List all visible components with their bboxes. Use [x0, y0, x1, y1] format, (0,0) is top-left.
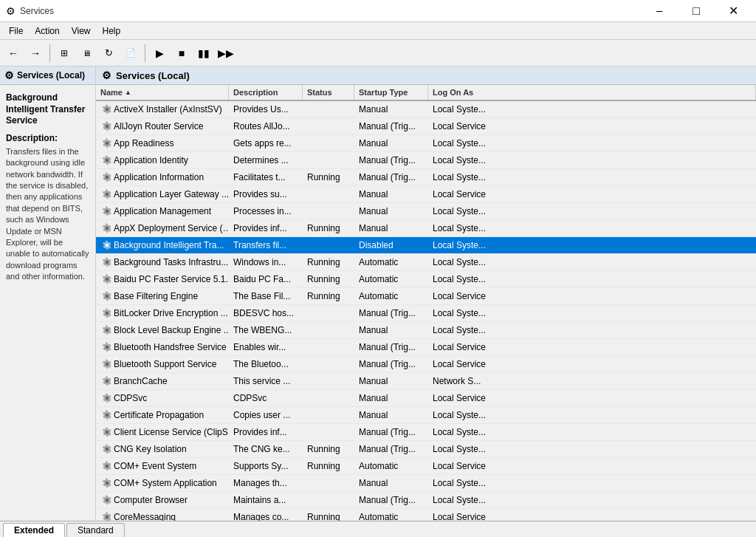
- service-desc-cell: BDESVC hos...: [229, 307, 303, 320]
- service-startup-cell: Manual: [354, 137, 428, 150]
- description-text: Transfers files in the background using …: [6, 146, 89, 283]
- service-status-cell: Running: [303, 273, 354, 286]
- forward-button[interactable]: →: [25, 43, 46, 64]
- table-row[interactable]: Client License Service (ClipS...Provides…: [96, 424, 756, 441]
- col-header-status[interactable]: Status: [303, 85, 354, 100]
- maximize-button[interactable]: □: [679, 0, 713, 22]
- service-desc-cell: The Base Fil...: [229, 290, 303, 303]
- show-desktop-button[interactable]: 🖥: [76, 43, 97, 64]
- pause-service-button[interactable]: ▮▮: [193, 43, 214, 64]
- export-button[interactable]: 📄: [120, 43, 141, 64]
- service-status-cell: [303, 499, 354, 502]
- service-icon: [100, 137, 114, 150]
- col-header-startup[interactable]: Startup Type: [354, 85, 428, 100]
- service-logon-cell: Local Service: [428, 459, 756, 473]
- table-row[interactable]: BitLocker Drive Encryption ...BDESVC hos…: [96, 305, 756, 322]
- stop-service-button[interactable]: ■: [171, 43, 192, 64]
- service-status-cell: [303, 414, 354, 417]
- content-header-icon: ⚙: [102, 69, 111, 81]
- window-title: Services: [20, 6, 54, 16]
- service-startup-cell: Manual (Trig...: [354, 442, 428, 456]
- menu-file[interactable]: File: [3, 22, 29, 39]
- service-icon: [100, 358, 114, 371]
- service-startup-cell: Manual (Trig...: [354, 425, 428, 439]
- service-logon-cell: Local Service: [428, 510, 756, 521]
- menu-help[interactable]: Help: [97, 22, 127, 39]
- table-row[interactable]: Application Layer Gateway ...Provides su…: [96, 186, 756, 203]
- service-startup-cell: Manual: [354, 205, 428, 218]
- service-name-cell: BranchCache: [96, 373, 229, 389]
- service-name-cell: COM+ Event System: [96, 458, 229, 474]
- menu-action[interactable]: Action: [29, 22, 65, 39]
- content-header-label: Services (Local): [116, 70, 190, 81]
- table-row[interactable]: Bluetooth Support ServiceThe Bluetoo...M…: [96, 356, 756, 373]
- table-row[interactable]: Baidu PC Faster Service 5.1...Baidu PC F…: [96, 271, 756, 288]
- table-row[interactable]: Base Filtering EngineThe Base Fil...Runn…: [96, 288, 756, 305]
- back-button[interactable]: ←: [3, 43, 24, 64]
- toolbar-separator-1: [49, 44, 50, 62]
- service-name-cell: BitLocker Drive Encryption ...: [96, 305, 229, 321]
- service-status-cell: [303, 159, 354, 162]
- show-console-button[interactable]: ⊞: [54, 43, 75, 64]
- service-name-cell: Background Tasks Infrastru...: [96, 254, 229, 270]
- table-row[interactable]: AllJoyn Router ServiceRoutes AllJo...Man…: [96, 118, 756, 135]
- table-row[interactable]: Application InformationFacilitates t...R…: [96, 169, 756, 186]
- service-startup-cell: Manual: [354, 476, 428, 490]
- table-row[interactable]: ActiveX Installer (AxInstSV)Provides Us.…: [96, 101, 756, 118]
- service-startup-cell: Automatic: [354, 290, 428, 303]
- table-row[interactable]: Application ManagementProcesses in...Man…: [96, 203, 756, 220]
- refresh-button[interactable]: ↻: [98, 43, 119, 64]
- service-name-cell: CNG Key Isolation: [96, 441, 229, 457]
- service-desc-cell: Manages th...: [229, 476, 303, 490]
- service-desc-cell: Provides Us...: [229, 103, 303, 116]
- table-row[interactable]: Certificate PropagationCopies user ...Ma…: [96, 407, 756, 424]
- service-startup-cell: Automatic: [354, 256, 428, 269]
- service-status-cell: Running: [303, 442, 354, 456]
- service-startup-cell: Manual: [354, 374, 428, 388]
- table-row[interactable]: Background Tasks Infrastru...Windows in.…: [96, 254, 756, 271]
- service-name-cell: CDPSvc: [96, 390, 229, 406]
- service-desc-cell: Provides inf...: [229, 222, 303, 235]
- table-row[interactable]: Bluetooth Handsfree ServiceEnables wir..…: [96, 339, 756, 356]
- service-desc-cell: The WBENG...: [229, 324, 303, 337]
- service-icon: [100, 307, 114, 320]
- service-desc-cell: Supports Sy...: [229, 459, 303, 473]
- table-header: Name ▲ Description Status Startup Type L…: [96, 85, 756, 101]
- table-row[interactable]: CDPSvcCDPSvcManualLocal Service: [96, 390, 756, 407]
- service-desc-cell: CDPSvc: [229, 391, 303, 405]
- app-icon: ⚙: [6, 5, 16, 17]
- minimize-button[interactable]: ‒: [642, 0, 676, 22]
- service-desc-cell: Processes in...: [229, 205, 303, 218]
- start-service-button[interactable]: ▶: [149, 43, 170, 64]
- table-body[interactable]: ActiveX Installer (AxInstSV)Provides Us.…: [96, 101, 756, 521]
- table-row[interactable]: COM+ System ApplicationManages th...Manu…: [96, 475, 756, 492]
- table-row[interactable]: CNG Key IsolationThe CNG ke...RunningMan…: [96, 441, 756, 458]
- table-row[interactable]: App ReadinessGets apps re...ManualLocal …: [96, 135, 756, 152]
- title-bar: ⚙ Services ‒ □ ✕: [0, 0, 756, 22]
- service-logon-cell: Local Syste...: [428, 103, 756, 116]
- restart-service-button[interactable]: ▶▶: [216, 43, 236, 64]
- table-row[interactable]: AppX Deployment Service (…Provides inf..…: [96, 220, 756, 237]
- table-row[interactable]: CoreMessagingManages co...RunningAutomat…: [96, 509, 756, 521]
- col-header-logon[interactable]: Log On As: [428, 85, 756, 100]
- tab-standard[interactable]: Standard: [66, 523, 125, 537]
- sidebar-content: Background Intelligent Transfer Service …: [0, 85, 95, 521]
- table-row[interactable]: COM+ Event SystemSupports Sy...RunningAu…: [96, 458, 756, 475]
- close-button[interactable]: ✕: [716, 0, 750, 22]
- tab-extended[interactable]: Extended: [3, 523, 65, 537]
- table-row[interactable]: Application IdentityDetermines ...Manual…: [96, 152, 756, 169]
- table-row[interactable]: Block Level Backup Engine ...The WBENG..…: [96, 322, 756, 339]
- col-header-description[interactable]: Description: [229, 85, 303, 100]
- table-row[interactable]: Background Intelligent Tra...Transfers f…: [96, 237, 756, 254]
- service-name-cell: CoreMessaging: [96, 509, 229, 521]
- service-startup-cell: Manual: [354, 408, 428, 422]
- table-row[interactable]: Computer BrowserMaintains a...Manual (Tr…: [96, 492, 756, 509]
- service-icon: [100, 341, 114, 354]
- service-desc-cell: This service ...: [229, 374, 303, 388]
- service-status-cell: Running: [303, 256, 354, 269]
- menu-view[interactable]: View: [66, 22, 97, 39]
- col-header-name[interactable]: Name ▲: [96, 85, 229, 100]
- service-desc-cell: Baidu PC Fa...: [229, 273, 303, 286]
- service-status-cell: [303, 329, 354, 332]
- table-row[interactable]: BranchCacheThis service ...ManualNetwork…: [96, 373, 756, 390]
